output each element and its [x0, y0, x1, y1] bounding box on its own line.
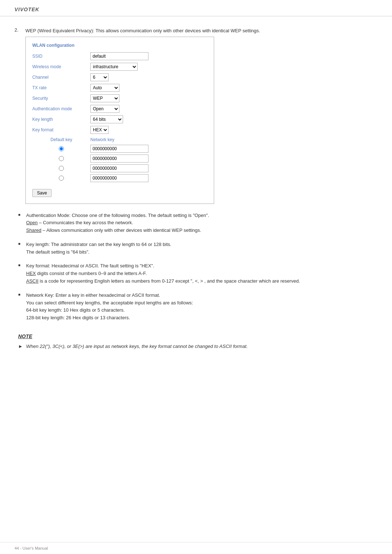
key-radio-2[interactable]	[59, 156, 64, 161]
key-input-4[interactable]	[90, 174, 148, 182]
bullet-key-length: ■ Key length: The administrator can set …	[15, 241, 377, 256]
brand-logo: VIVOTEK	[15, 7, 377, 12]
section-number: 2.	[15, 27, 25, 33]
bullet-auth-mode: ■ Authentication Mode: Choose one of the…	[15, 212, 377, 234]
bullet-text-1: Authentication Mode: Choose one of the f…	[26, 212, 209, 234]
key-row-2	[32, 155, 207, 163]
bullet-text-2: Key length: The administrator can set th…	[26, 241, 171, 256]
note-title: NOTE	[18, 333, 377, 339]
channel-row: Channel 6	[32, 73, 207, 81]
key-radio-4[interactable]	[59, 176, 64, 181]
wlan-config-panel: WLAN configuration SSID Wireless mode	[25, 37, 377, 204]
default-key-col-label: Default key	[32, 136, 90, 143]
open-link: Open	[26, 220, 38, 225]
key-radio-3[interactable]	[59, 166, 64, 171]
key-row-4	[32, 174, 207, 182]
key-length-select[interactable]: 64 bits	[90, 115, 123, 123]
ascii-link: ASCII	[26, 278, 38, 284]
tx-rate-row: TX rate Auto	[32, 84, 207, 92]
bullet-icon-2: ■	[18, 242, 24, 246]
wlan-config-title: WLAN configuration	[32, 42, 207, 49]
ssid-row: SSID	[32, 52, 207, 60]
ssid-input[interactable]	[90, 52, 148, 60]
key-format-select[interactable]: HEX	[90, 126, 109, 134]
ssid-label: SSID	[32, 53, 90, 59]
save-button[interactable]: Save	[32, 189, 52, 197]
shared-link: Shared	[26, 227, 41, 233]
wireless-mode-label: Wireless mode	[32, 63, 90, 70]
key-radio-1[interactable]	[59, 146, 64, 151]
tx-rate-select[interactable]: Auto	[90, 84, 119, 92]
hex-link: HEX	[26, 271, 36, 276]
bullet-key-format: ■ Key format: Hexadecimal or ASCII. The …	[15, 262, 377, 285]
wireless-mode-row: Wireless mode infrastructure	[32, 63, 207, 71]
note-text-1: When 22("), 3C(<), or 3E(>) are input as…	[26, 343, 248, 350]
auth-mode-row: Authentication mode Open	[32, 105, 207, 113]
note-section: NOTE ► When 22("), 3C(<), or 3E(>) are i…	[15, 333, 377, 350]
bullet-icon-3: ■	[18, 263, 24, 267]
page-number: 44 - User's Manual	[15, 546, 48, 550]
key-row-3	[32, 164, 207, 172]
key-format-row: Key format HEX	[32, 126, 207, 134]
bullet-network-key: ■ Network Key: Enter a key in either hex…	[15, 292, 377, 322]
save-button-wrapper: Save	[32, 189, 52, 197]
bullet-icon-1: ■	[18, 213, 24, 217]
wireless-mode-select[interactable]: infrastructure	[90, 63, 138, 71]
note-arrow-icon: ►	[18, 343, 26, 350]
network-key-col-label: Network key	[90, 136, 114, 143]
key-length-row: Key length 64 bits	[32, 115, 207, 123]
security-label: Security	[32, 95, 90, 102]
key-input-3[interactable]	[90, 164, 148, 172]
note-item-1: ► When 22("), 3C(<), or 3E(>) are input …	[18, 343, 377, 350]
key-length-label: Key length	[32, 116, 90, 123]
key-input-2[interactable]	[90, 155, 148, 163]
key-input-1[interactable]	[90, 145, 148, 153]
key-row-1	[32, 145, 207, 153]
security-select[interactable]: WEP	[90, 94, 119, 102]
auth-mode-select[interactable]: Open	[90, 105, 119, 113]
channel-label: Channel	[32, 74, 90, 81]
bullet-text-3: Key format: Hexadecimal or ASCII. The fa…	[26, 262, 300, 285]
key-format-label: Key format	[32, 127, 90, 133]
bullet-icon-4: ■	[18, 292, 24, 296]
bullet-text-4: Network Key: Enter a key in either hexad…	[26, 292, 193, 322]
auth-mode-label: Authentication mode	[32, 106, 90, 112]
channel-select[interactable]: 6	[90, 73, 109, 81]
default-key-header: Default key Network key	[32, 136, 207, 143]
page-footer: 44 - User's Manual	[0, 542, 392, 554]
tx-rate-label: TX rate	[32, 85, 90, 91]
section2-intro: WEP (Wired Equivalent Privacy): This all…	[25, 28, 260, 33]
security-row: Security WEP	[32, 94, 207, 102]
